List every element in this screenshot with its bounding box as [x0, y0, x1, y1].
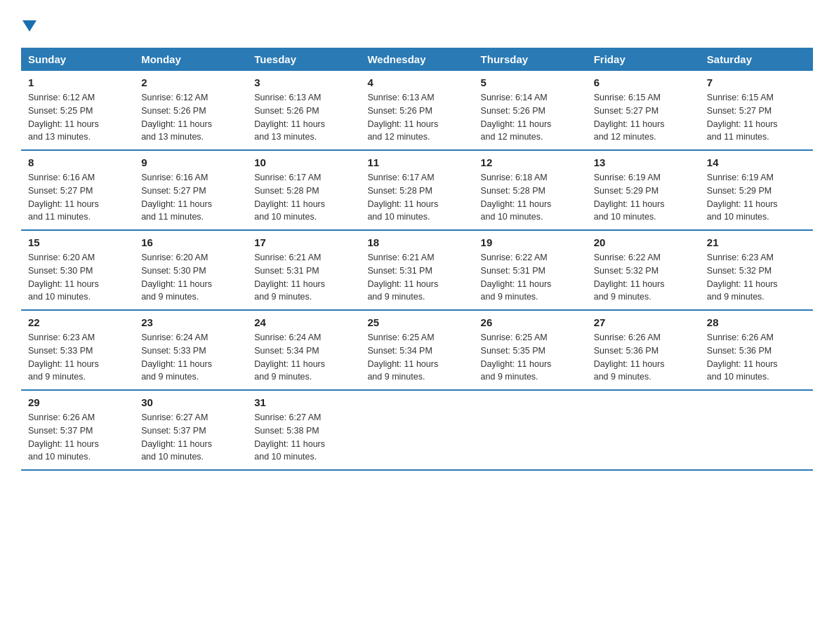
day-info: Sunrise: 6:13 AMSunset: 5:26 PMDaylight:… — [367, 93, 438, 142]
day-number: 21 — [707, 236, 806, 248]
day-info: Sunrise: 6:22 AMSunset: 5:32 PMDaylight:… — [594, 253, 665, 302]
day-number: 14 — [707, 156, 806, 168]
header-thursday: Thursday — [474, 48, 587, 71]
day-number: 10 — [254, 156, 353, 168]
calendar-cell — [474, 390, 587, 470]
calendar-cell: 28 Sunrise: 6:26 AMSunset: 5:36 PMDaylig… — [700, 310, 813, 390]
day-number: 3 — [254, 76, 353, 88]
calendar-cell: 3 Sunrise: 6:13 AMSunset: 5:26 PMDayligh… — [247, 71, 360, 150]
day-info: Sunrise: 6:12 AMSunset: 5:26 PMDaylight:… — [141, 93, 212, 142]
day-info: Sunrise: 6:20 AMSunset: 5:30 PMDaylight:… — [141, 253, 212, 302]
day-number: 15 — [28, 236, 127, 248]
day-number: 5 — [481, 76, 580, 88]
day-number: 2 — [141, 76, 240, 88]
calendar-cell: 27 Sunrise: 6:26 AMSunset: 5:36 PMDaylig… — [587, 310, 700, 390]
day-number: 27 — [594, 316, 693, 328]
calendar-cell: 26 Sunrise: 6:25 AMSunset: 5:35 PMDaylig… — [474, 310, 587, 390]
day-number: 17 — [254, 236, 353, 248]
day-number: 19 — [481, 236, 580, 248]
calendar-cell: 1 Sunrise: 6:12 AMSunset: 5:25 PMDayligh… — [21, 71, 134, 150]
calendar-cell: 16 Sunrise: 6:20 AMSunset: 5:30 PMDaylig… — [134, 230, 247, 310]
header-tuesday: Tuesday — [247, 48, 360, 71]
day-info: Sunrise: 6:16 AMSunset: 5:27 PMDaylight:… — [141, 173, 212, 222]
calendar-cell: 30 Sunrise: 6:27 AMSunset: 5:37 PMDaylig… — [134, 390, 247, 470]
day-number: 7 — [707, 76, 806, 88]
week-row-4: 22 Sunrise: 6:23 AMSunset: 5:33 PMDaylig… — [21, 310, 813, 390]
day-number: 16 — [141, 236, 240, 248]
calendar-cell: 10 Sunrise: 6:17 AMSunset: 5:28 PMDaylig… — [247, 150, 360, 230]
week-row-2: 8 Sunrise: 6:16 AMSunset: 5:27 PMDayligh… — [21, 150, 813, 230]
day-info: Sunrise: 6:24 AMSunset: 5:33 PMDaylight:… — [141, 333, 212, 382]
day-info: Sunrise: 6:15 AMSunset: 5:27 PMDaylight:… — [594, 93, 665, 142]
calendar-cell: 2 Sunrise: 6:12 AMSunset: 5:26 PMDayligh… — [134, 71, 247, 150]
day-info: Sunrise: 6:26 AMSunset: 5:36 PMDaylight:… — [707, 333, 778, 382]
day-number: 8 — [28, 156, 127, 168]
logo — [21, 14, 37, 34]
header-monday: Monday — [134, 48, 247, 71]
day-info: Sunrise: 6:17 AMSunset: 5:28 PMDaylight:… — [367, 173, 438, 222]
calendar-cell: 18 Sunrise: 6:21 AMSunset: 5:31 PMDaylig… — [360, 230, 473, 310]
calendar-cell: 6 Sunrise: 6:15 AMSunset: 5:27 PMDayligh… — [587, 71, 700, 150]
header-wednesday: Wednesday — [360, 48, 473, 71]
day-number: 31 — [254, 396, 353, 408]
day-number: 29 — [28, 396, 127, 408]
header-row: SundayMondayTuesdayWednesdayThursdayFrid… — [21, 48, 813, 71]
day-info: Sunrise: 6:25 AMSunset: 5:35 PMDaylight:… — [481, 333, 552, 382]
day-info: Sunrise: 6:14 AMSunset: 5:26 PMDaylight:… — [481, 93, 552, 142]
day-info: Sunrise: 6:24 AMSunset: 5:34 PMDaylight:… — [254, 333, 325, 382]
day-number: 30 — [141, 396, 240, 408]
calendar-cell: 14 Sunrise: 6:19 AMSunset: 5:29 PMDaylig… — [700, 150, 813, 230]
logo-top — [21, 14, 37, 34]
day-number: 11 — [367, 156, 466, 168]
calendar-cell: 22 Sunrise: 6:23 AMSunset: 5:33 PMDaylig… — [21, 310, 134, 390]
header-sunday: Sunday — [21, 48, 134, 71]
day-info: Sunrise: 6:22 AMSunset: 5:31 PMDaylight:… — [481, 253, 552, 302]
page-header — [21, 14, 813, 34]
day-info: Sunrise: 6:17 AMSunset: 5:28 PMDaylight:… — [254, 173, 325, 222]
day-info: Sunrise: 6:19 AMSunset: 5:29 PMDaylight:… — [594, 173, 665, 222]
calendar-cell — [700, 390, 813, 470]
day-info: Sunrise: 6:21 AMSunset: 5:31 PMDaylight:… — [254, 253, 325, 302]
day-number: 24 — [254, 316, 353, 328]
calendar-header: SundayMondayTuesdayWednesdayThursdayFrid… — [21, 48, 813, 71]
day-info: Sunrise: 6:20 AMSunset: 5:30 PMDaylight:… — [28, 253, 99, 302]
day-info: Sunrise: 6:16 AMSunset: 5:27 PMDaylight:… — [28, 173, 99, 222]
day-number: 12 — [481, 156, 580, 168]
calendar-cell — [360, 390, 473, 470]
day-info: Sunrise: 6:15 AMSunset: 5:27 PMDaylight:… — [707, 93, 778, 142]
calendar-cell: 5 Sunrise: 6:14 AMSunset: 5:26 PMDayligh… — [474, 71, 587, 150]
day-number: 9 — [141, 156, 240, 168]
calendar-cell: 17 Sunrise: 6:21 AMSunset: 5:31 PMDaylig… — [247, 230, 360, 310]
day-info: Sunrise: 6:13 AMSunset: 5:26 PMDaylight:… — [254, 93, 325, 142]
calendar-cell: 4 Sunrise: 6:13 AMSunset: 5:26 PMDayligh… — [360, 71, 473, 150]
day-number: 13 — [594, 156, 693, 168]
calendar-cell: 24 Sunrise: 6:24 AMSunset: 5:34 PMDaylig… — [247, 310, 360, 390]
calendar-cell: 11 Sunrise: 6:17 AMSunset: 5:28 PMDaylig… — [360, 150, 473, 230]
day-info: Sunrise: 6:21 AMSunset: 5:31 PMDaylight:… — [367, 253, 438, 302]
calendar-cell: 20 Sunrise: 6:22 AMSunset: 5:32 PMDaylig… — [587, 230, 700, 310]
day-number: 23 — [141, 316, 240, 328]
calendar-cell: 21 Sunrise: 6:23 AMSunset: 5:32 PMDaylig… — [700, 230, 813, 310]
day-number: 18 — [367, 236, 466, 248]
header-saturday: Saturday — [700, 48, 813, 71]
calendar-cell: 23 Sunrise: 6:24 AMSunset: 5:33 PMDaylig… — [134, 310, 247, 390]
week-row-3: 15 Sunrise: 6:20 AMSunset: 5:30 PMDaylig… — [21, 230, 813, 310]
day-number: 1 — [28, 76, 127, 88]
header-friday: Friday — [587, 48, 700, 71]
day-info: Sunrise: 6:19 AMSunset: 5:29 PMDaylight:… — [707, 173, 778, 222]
calendar-cell: 31 Sunrise: 6:27 AMSunset: 5:38 PMDaylig… — [247, 390, 360, 470]
calendar-cell: 7 Sunrise: 6:15 AMSunset: 5:27 PMDayligh… — [700, 71, 813, 150]
calendar-body: 1 Sunrise: 6:12 AMSunset: 5:25 PMDayligh… — [21, 71, 813, 470]
day-number: 26 — [481, 316, 580, 328]
day-info: Sunrise: 6:27 AMSunset: 5:38 PMDaylight:… — [254, 412, 325, 462]
logo-triangle-icon — [22, 20, 37, 32]
day-info: Sunrise: 6:23 AMSunset: 5:32 PMDaylight:… — [707, 253, 778, 302]
day-number: 4 — [367, 76, 466, 88]
calendar-cell: 8 Sunrise: 6:16 AMSunset: 5:27 PMDayligh… — [21, 150, 134, 230]
week-row-1: 1 Sunrise: 6:12 AMSunset: 5:25 PMDayligh… — [21, 71, 813, 150]
calendar-cell: 12 Sunrise: 6:18 AMSunset: 5:28 PMDaylig… — [474, 150, 587, 230]
calendar-cell: 29 Sunrise: 6:26 AMSunset: 5:37 PMDaylig… — [21, 390, 134, 470]
calendar-cell: 19 Sunrise: 6:22 AMSunset: 5:31 PMDaylig… — [474, 230, 587, 310]
day-info: Sunrise: 6:26 AMSunset: 5:36 PMDaylight:… — [594, 333, 665, 382]
day-info: Sunrise: 6:27 AMSunset: 5:37 PMDaylight:… — [141, 412, 212, 462]
